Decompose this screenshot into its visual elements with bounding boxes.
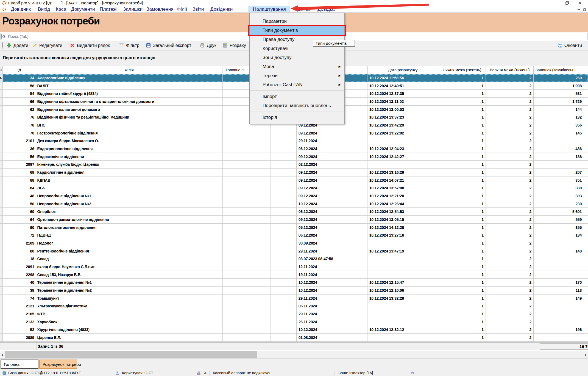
- cell-5: 01.08.2024: [297, 334, 367, 341]
- toolbar-button-1[interactable]: Редагувати: [32, 41, 62, 50]
- toolbar-button-6[interactable]: Розраху: [223, 41, 246, 50]
- cell-8: 2: [486, 310, 534, 318]
- menu-7[interactable]: Філії: [177, 6, 187, 12]
- table-row[interactable]: 2298Склад 153, Назарук В.В.19.11.202412: [0, 271, 588, 279]
- menu-item-7[interactable]: Робота з CashTAN▶: [250, 80, 344, 89]
- toolbar-button-4[interactable]: Загальний експорт: [146, 41, 191, 50]
- menu-11[interactable]: Вікна: [298, 6, 310, 12]
- menu-4[interactable]: Платежі: [100, 6, 118, 12]
- refresh-button[interactable]: Оновити: [558, 41, 582, 50]
- table-row[interactable]: 70Гастроентерологічне відділення09.12.20…: [0, 129, 588, 137]
- cell-8: 2: [486, 74, 534, 82]
- menu-1[interactable]: Вихід: [38, 6, 50, 12]
- cell-5: 06.12.2024: [297, 231, 367, 239]
- table-row[interactable]: 84ЛБК09.12.202410.12.2024 13:57:0812380: [0, 184, 588, 192]
- column-header-7[interactable]: Нижня межа (тижень): [438, 66, 486, 74]
- cell-9: [534, 239, 588, 247]
- menu-9[interactable]: Довідники: [210, 6, 233, 12]
- cell-7: 1: [438, 106, 486, 113]
- cell-7: 1: [438, 239, 486, 247]
- search-icon: [1, 34, 6, 39]
- search-input[interactable]: [8, 33, 173, 40]
- menu-item-5[interactable]: Мова▶: [250, 62, 344, 71]
- menu-item-0[interactable]: Параметри: [250, 17, 344, 26]
- cell-6: [367, 239, 438, 247]
- table-row[interactable]: 40Терапевтичне відділення №110.12.202410…: [0, 279, 588, 287]
- cell-2: ПДВНД: [36, 231, 223, 239]
- table-row[interactable]: 2121Ультразвукова діагностика06.11.20241…: [0, 302, 588, 310]
- table-row[interactable]: 80Рентгенологічне відділення29.11.202410…: [0, 247, 588, 255]
- table-row[interactable]: 2109Подолог30.09.202412: [0, 239, 588, 247]
- column-header-6[interactable]: Дата розрахунку: [368, 66, 438, 74]
- menu-item-10[interactable]: Історія: [250, 113, 344, 122]
- cell-9: 186: [534, 153, 588, 161]
- mdi-minimize-icon[interactable]: [576, 7, 581, 12]
- table-row[interactable]: 88КДПАВ09.12.202410.12.2024 14:07:211235…: [0, 176, 588, 184]
- cell-8: 2: [486, 137, 534, 145]
- column-header-9[interactable]: Залишок (закупівельн: [534, 66, 588, 74]
- toolbar-button-3[interactable]: Фільтр: [119, 41, 139, 50]
- cell-4: [271, 310, 297, 318]
- menu-item-8[interactable]: Імпорт: [250, 92, 344, 101]
- table-row[interactable]: 56Ендоскопічне відділення09.12.202410.12…: [0, 153, 588, 161]
- toolbar-grip-icon[interactable]: [2, 42, 3, 49]
- cell-9: 355: [534, 224, 588, 231]
- toolbar-button-5[interactable]: Друк: [200, 41, 216, 50]
- scroll-left-icon[interactable]: ‹: [0, 351, 5, 358]
- menu-12[interactable]: Довідка: [317, 6, 335, 12]
- table-row[interactable]: 2105ФТВ29.11.202412: [0, 310, 588, 318]
- menu-10[interactable]: Налаштування: [249, 6, 290, 12]
- table-row[interactable]: 52Хірургічне відділення (4833)10.12.2024…: [0, 326, 588, 334]
- menu-item-1[interactable]: Типи документів: [250, 26, 344, 35]
- row-indicator: [0, 153, 3, 161]
- restore-button[interactable]: [561, 0, 573, 6]
- menu-item-6[interactable]: Терези▶: [250, 71, 344, 80]
- table-row[interactable]: 2091склад бюдж. Науменко С.Л.вит12.11.20…: [0, 263, 588, 271]
- cell-6: 10.12.2024 12:26:44: [367, 200, 438, 208]
- menu-0[interactable]: Довідник: [11, 6, 31, 12]
- scroll-right-icon[interactable]: ›: [583, 351, 588, 358]
- table-row[interactable]: 68Кардіологічне відділення09.12.202410.1…: [0, 169, 588, 176]
- horizontal-scrollbar[interactable]: ‹ ›: [0, 351, 588, 358]
- cell-4: [271, 184, 297, 192]
- table-row[interactable]: 64Ортопедо-травматологічне відділення09.…: [0, 216, 588, 224]
- column-header-0[interactable]: [0, 66, 3, 74]
- page-title: Розрахунок потреби: [2, 15, 100, 27]
- tab-1-active[interactable]: Розрахунок потреби: [39, 360, 77, 369]
- table-row[interactable]: 2132Харчоблок26.11.202412: [0, 318, 588, 326]
- menu-item-9[interactable]: Перевірити наявність оновлень: [250, 101, 344, 110]
- menu-item-4[interactable]: Зони доступу: [250, 53, 344, 62]
- column-header-8[interactable]: Верхня межа (тижень): [486, 66, 534, 74]
- menu-8[interactable]: Звіти: [193, 6, 204, 12]
- cell-3: [223, 271, 271, 279]
- table-row[interactable]: 2089Царенко Е.Л.01.08.202412: [0, 334, 588, 342]
- row-indicator: [0, 82, 3, 90]
- menu-5[interactable]: Залишки: [123, 6, 143, 12]
- menu-2[interactable]: Каса: [56, 6, 66, 12]
- table-row[interactable]: 18Склад03.07.2023 08:47:5812: [0, 255, 588, 263]
- table-row[interactable]: 50Неврологічне відділення №210.12.202410…: [0, 200, 588, 208]
- table-row[interactable]: 38Терапевтичне віділлення №210.12.202410…: [0, 287, 588, 294]
- toolbar-button-2[interactable]: Видалити рядок: [70, 41, 110, 50]
- menu-6[interactable]: Замовлення: [146, 6, 174, 12]
- table-row[interactable]: 74Травмпункт29.11.202410.12.2024 13:32:2…: [0, 294, 588, 302]
- table-row[interactable]: 2097Інженерн. служба бюдж. Царенко02.12.…: [0, 161, 588, 169]
- table-row[interactable]: 48Неврологічне відділення №109.12.202410…: [0, 192, 588, 200]
- cell-6: 10.12.2024 14:07:21: [367, 176, 438, 184]
- column-header-1[interactable]: ІД: [3, 66, 36, 74]
- minimize-button[interactable]: [548, 0, 561, 6]
- table-row[interactable]: 60Оперблок06.12.202410.12.2024 12:54:531…: [0, 208, 588, 216]
- scrollbar-thumb[interactable]: [5, 351, 257, 358]
- table-row[interactable]: 2101Дез камера бюдж. Москаленко О.29.11.…: [0, 137, 588, 145]
- table-row[interactable]: 36Ендокринологічне відділення06.12.20241…: [0, 145, 588, 153]
- menu-3[interactable]: Документи: [71, 6, 95, 12]
- close-button[interactable]: ×: [573, 0, 586, 6]
- row-indicator: [0, 239, 3, 247]
- table-row[interactable]: 72ПДВНД06.12.202410.12.2024 13:27:181213…: [0, 231, 588, 239]
- column-header-2[interactable]: Філія: [36, 66, 222, 74]
- table-row[interactable]: 90Патологоанатомічне відділення05.12.202…: [0, 224, 588, 232]
- mdi-restore-icon[interactable]: [582, 7, 587, 12]
- row-indicator: [0, 121, 3, 129]
- tab-0[interactable]: Головна: [1, 360, 38, 369]
- toolbar-button-0[interactable]: Додати: [7, 41, 28, 50]
